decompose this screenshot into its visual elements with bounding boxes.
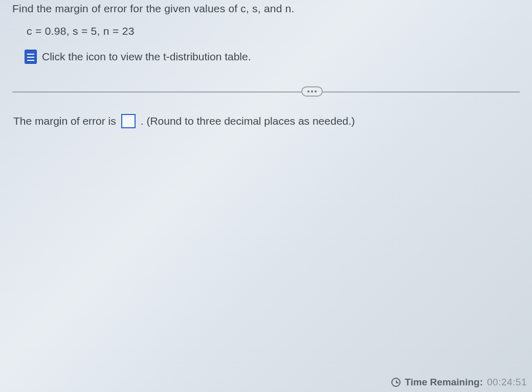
distribution-table-icon[interactable] <box>25 50 37 64</box>
hint-row: Click the icon to view the t-distributio… <box>25 50 520 64</box>
footer-bar: Time Remaining: 00:24:51 <box>0 373 532 392</box>
answer-suffix: . (Round to three decimal places as need… <box>141 115 355 127</box>
answer-prefix: The margin of error is <box>13 115 116 127</box>
question-parameters: c = 0.98, s = 5, n = 23 <box>27 25 520 37</box>
question-container: Find the margin of error for the given v… <box>0 0 532 128</box>
clock-icon <box>391 378 401 387</box>
expand-pill[interactable] <box>301 86 323 97</box>
divider-line <box>12 91 520 93</box>
answer-input[interactable] <box>121 114 136 128</box>
divider-row <box>12 84 520 99</box>
time-remaining-label: Time Remaining: <box>405 377 483 388</box>
hint-text: Click the icon to view the t-distributio… <box>42 51 251 63</box>
time-remaining-value: 00:24:51 <box>487 377 527 388</box>
answer-line: The margin of error is . (Round to three… <box>13 114 520 128</box>
question-prompt: Find the margin of error for the given v… <box>12 1 520 16</box>
